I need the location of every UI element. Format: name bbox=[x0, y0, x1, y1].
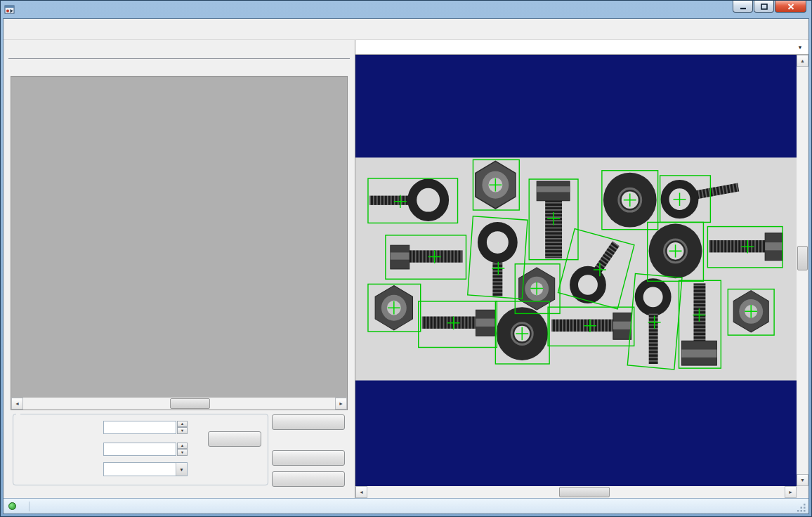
scroll-left-button[interactable] bbox=[355, 486, 367, 498]
scroll-down-button[interactable] bbox=[797, 474, 808, 486]
scrollbar-corner bbox=[797, 486, 808, 498]
chevron-down-icon[interactable] bbox=[176, 463, 187, 476]
grain-limit-coarse-spinner[interactable] bbox=[177, 421, 188, 434]
resize-grip[interactable] bbox=[797, 500, 808, 513]
inspection-image[interactable] bbox=[355, 55, 797, 486]
close-button[interactable] bbox=[775, 1, 806, 13]
pattern-toolbar bbox=[8, 59, 350, 76]
scroll-thumb[interactable] bbox=[170, 398, 211, 409]
pattern-grid bbox=[11, 76, 348, 410]
status-bar bbox=[4, 498, 808, 513]
status-divider bbox=[29, 502, 30, 511]
image-horizontal-scrollbar[interactable] bbox=[355, 486, 797, 498]
main-toolbar bbox=[4, 19, 808, 40]
chevron-down-icon[interactable] bbox=[794, 45, 806, 50]
scroll-track[interactable] bbox=[797, 67, 808, 474]
scroll-thumb[interactable] bbox=[797, 246, 808, 270]
scroll-track[interactable] bbox=[367, 486, 785, 498]
load-operator-button[interactable] bbox=[272, 471, 345, 487]
scroll-thumb[interactable] bbox=[559, 487, 609, 497]
scroll-track[interactable] bbox=[23, 398, 335, 410]
grain-limit-fine-spinner[interactable] bbox=[177, 443, 188, 456]
title-bar[interactable] bbox=[3, 1, 809, 18]
master-properties-area bbox=[8, 410, 350, 498]
maximize-button[interactable] bbox=[754, 1, 774, 13]
pattern-grid-viewport bbox=[11, 77, 347, 398]
image-vertical-scrollbar[interactable] bbox=[797, 55, 808, 486]
table-horizontal-scrollbar[interactable] bbox=[11, 398, 347, 410]
minimize-button[interactable] bbox=[733, 1, 753, 13]
grain-limit-coarse-input[interactable] bbox=[103, 421, 176, 434]
find-finest-button[interactable] bbox=[208, 431, 261, 447]
image-display-panel bbox=[355, 40, 808, 498]
scroll-right-button[interactable] bbox=[335, 398, 347, 410]
app-icon bbox=[4, 4, 15, 15]
scroll-right-button[interactable] bbox=[785, 486, 797, 498]
save-operator-button[interactable] bbox=[272, 450, 345, 466]
grain-limit-fine-input[interactable] bbox=[103, 443, 176, 456]
status-led-icon bbox=[8, 502, 16, 510]
tab-strip bbox=[8, 44, 350, 59]
app-window bbox=[0, 0, 812, 517]
master-properties-group bbox=[13, 414, 268, 485]
scroll-left-button[interactable] bbox=[11, 398, 23, 410]
train-algorithm-select[interactable] bbox=[103, 462, 188, 476]
image-selector[interactable] bbox=[355, 40, 808, 55]
scroll-up-button[interactable] bbox=[797, 55, 808, 67]
train-params-panel bbox=[4, 40, 355, 498]
multi-train-button[interactable] bbox=[272, 414, 345, 430]
